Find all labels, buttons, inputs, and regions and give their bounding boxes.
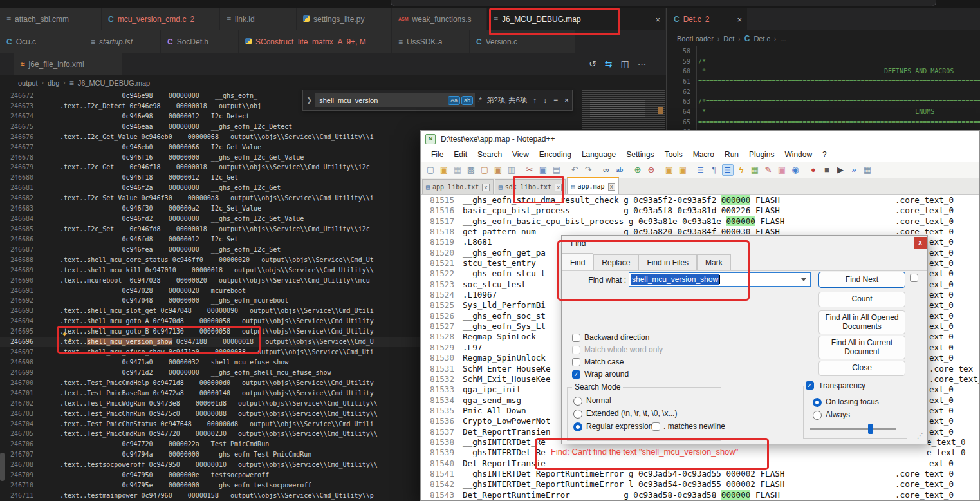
find-query[interactable]: shell_mcu_version <box>319 97 448 104</box>
next-match-icon[interactable]: ↓ <box>543 96 547 105</box>
tab-ocu-c[interactable]: COcu.c <box>0 30 84 53</box>
radio-regular-expression[interactable] <box>573 422 582 431</box>
split-editor-icon[interactable]: ◫ <box>620 59 629 69</box>
menu-help[interactable]: ? <box>817 149 832 160</box>
button-find-next[interactable]: Find Next <box>818 272 905 288</box>
undo-icon[interactable]: ↶ <box>569 164 580 176</box>
breadcrumb-item[interactable]: output <box>18 79 38 87</box>
breadcrumb-item[interactable]: J6_MCU_DEBUG.map <box>78 79 150 87</box>
checkbox-match-whole-word-only[interactable] <box>572 346 580 354</box>
notepadpp-titlebar[interactable]: N D:\test\exe\app.map - Notepad++ <box>421 131 979 147</box>
npp-line[interactable]: 81516basic_cpu_bist_process g 0c93a5f8-0… <box>421 205 979 216</box>
breadcrumb-item[interactable]: ... <box>780 35 786 43</box>
detc-line[interactable]: 61======================================… <box>667 77 980 87</box>
show-symbols-icon[interactable]: ¶ <box>708 164 720 176</box>
in-selection-checkbox[interactable] <box>910 274 918 282</box>
new-file-icon[interactable]: ▢ <box>425 164 436 176</box>
detc-line[interactable]: 64 * ENUMS <box>667 107 980 117</box>
menu-encoding[interactable]: Encoding <box>534 149 577 160</box>
match-case-toggle[interactable]: Aa <box>448 96 460 105</box>
more-actions-icon[interactable]: ⋯ <box>638 59 647 69</box>
doc-edit-icon[interactable]: ✎ <box>763 164 774 176</box>
detc-line[interactable]: 60 * DEFINES AND MACROS <box>667 66 980 77</box>
save-icon[interactable]: ▦ <box>452 164 463 176</box>
left-scrollbar-thumb[interactable] <box>0 453 5 481</box>
tab-j6e-file-info-xml[interactable]: ≈j6e_file_info.xml <box>14 53 122 75</box>
close-find-icon[interactable]: × <box>564 96 569 105</box>
breadcrumb-right[interactable]: BootLoader›Det›CDet.c›... <box>677 31 786 46</box>
menu-run[interactable]: Run <box>719 149 744 160</box>
function-list-icon[interactable]: ϟ <box>735 164 747 176</box>
tab-j6-mcu-debug-map[interactable]: ≡J6_MCU_DEBUG.map× <box>487 8 666 30</box>
stop-macro-icon[interactable]: ■ <box>821 164 833 176</box>
tab-close-icon[interactable]: × <box>737 15 742 24</box>
detc-line[interactable]: 63/*====================================… <box>667 97 980 107</box>
tab-startup-lst[interactable]: ≡startup.lst <box>84 30 161 53</box>
minimap[interactable] <box>582 90 665 130</box>
tab-close-icon[interactable]: × <box>655 15 660 24</box>
tab-det-c[interactable]: CDet.c2× <box>667 8 748 30</box>
find-dialog-tab-find[interactable]: Find <box>562 253 593 270</box>
dialog-resize-grip[interactable]: ⋰ <box>917 432 925 440</box>
menu-settings[interactable]: Settings <box>621 149 659 160</box>
folder-workspace-icon[interactable]: ▣ <box>776 164 788 176</box>
breadcrumb-item[interactable]: Det <box>723 35 734 43</box>
find-dialog-tab-find-in-files[interactable]: Find in Files <box>638 254 697 270</box>
play-macro-icon[interactable]: ▶ <box>835 164 846 176</box>
checkbox-backward-direction[interactable] <box>572 334 580 342</box>
npp-tab-close-icon[interactable]: x <box>482 184 489 191</box>
radio-normal[interactable] <box>573 397 582 406</box>
doc-map-icon[interactable]: ▦ <box>749 164 761 176</box>
menu-plugins[interactable]: Plugins <box>744 149 779 160</box>
breadcrumb-item[interactable]: Det.c <box>753 35 770 43</box>
tab-settings-lite-py[interactable]: settings_lite.py <box>297 8 392 30</box>
npp-line[interactable]: 81541__ghsINTERTDet_ReportRuntimeError g… <box>421 469 979 479</box>
button-close[interactable]: Close <box>818 361 905 376</box>
transparency-slider-thumb[interactable] <box>868 424 873 434</box>
indent-guide-icon[interactable]: ≣ <box>722 164 734 176</box>
save-all-icon[interactable]: ▩ <box>465 164 477 176</box>
find-dialog-close-button[interactable]: x <box>914 237 927 249</box>
run-macro-multi-icon[interactable]: » <box>848 164 860 176</box>
cut-icon[interactable]: ✂ <box>524 164 535 176</box>
find-input[interactable]: shell_mcu_version Aa ab <box>315 93 475 107</box>
detc-editor[interactable]: 5859/*==================================… <box>667 46 980 130</box>
tab-mcu-version-cmd-c[interactable]: Cmcu_version_cmd.c2 <box>102 8 220 30</box>
find-widget-expand-icon[interactable]: ❯ <box>306 96 312 104</box>
menu-view[interactable]: View <box>507 149 534 160</box>
npp-tab-app-libo-txt[interactable]: ▤app_libo.txtx <box>422 179 494 194</box>
word-wrap-icon[interactable]: ≣ <box>695 164 707 176</box>
menu-language[interactable]: Language <box>577 149 621 160</box>
menu-search[interactable]: Search <box>472 149 507 160</box>
sync-vertical-icon[interactable]: ▣ <box>663 164 675 176</box>
save-macro-icon[interactable]: ▦ <box>862 164 873 176</box>
print-icon[interactable]: ▥ <box>506 164 517 176</box>
tab-version-c[interactable]: CVersion.c <box>470 30 576 53</box>
breadcrumb-item[interactable]: BootLoader <box>677 35 714 43</box>
radio-on-losing-focus[interactable] <box>813 398 822 407</box>
close-all-icon[interactable]: ▣ <box>492 164 504 176</box>
npp-tab-close-icon[interactable]: x <box>555 184 562 191</box>
replace-icon[interactable]: ab <box>614 164 625 176</box>
checkbox-match-case[interactable] <box>572 358 580 366</box>
find-in-selection-icon[interactable]: ≡ <box>553 96 558 105</box>
menu-window[interactable]: Window <box>779 149 817 160</box>
whole-word-toggle[interactable]: ab <box>461 96 473 105</box>
tab-attach-sbl-cmm[interactable]: ≡attach_sbl.cmm <box>0 8 102 30</box>
menu-macro[interactable]: Macro <box>688 149 719 160</box>
npp-line[interactable]: 81515__ghs_eofn_stcu_dma_result_check g … <box>421 195 979 205</box>
record-macro-icon[interactable]: ● <box>808 164 819 176</box>
detc-line[interactable]: 65======================================… <box>667 117 980 128</box>
close-file-icon[interactable]: ▢ <box>479 164 490 176</box>
paste-icon[interactable]: ▤ <box>551 164 562 176</box>
find-dialog-tab-replace[interactable]: Replace <box>593 254 638 270</box>
quick-input-box[interactable] <box>391 0 936 6</box>
redo-icon[interactable]: ↷ <box>582 164 594 176</box>
detc-line[interactable]: 62 <box>667 87 980 97</box>
button-find-all-in-current-document[interactable]: Find All in Current Document <box>818 336 905 359</box>
transparency-slider-track[interactable] <box>810 428 896 430</box>
combobox-dropdown-icon[interactable] <box>801 278 806 281</box>
tab-socdef-h[interactable]: CSocDef.h <box>161 30 239 53</box>
npp-line[interactable]: 81543Det_ReportRuntimeError g 0c93ad58-0… <box>421 490 979 500</box>
editor-find-widget[interactable]: ❯ shell_mcu_version Aa ab .* 第?项, 共6项 ↑ … <box>302 90 573 111</box>
